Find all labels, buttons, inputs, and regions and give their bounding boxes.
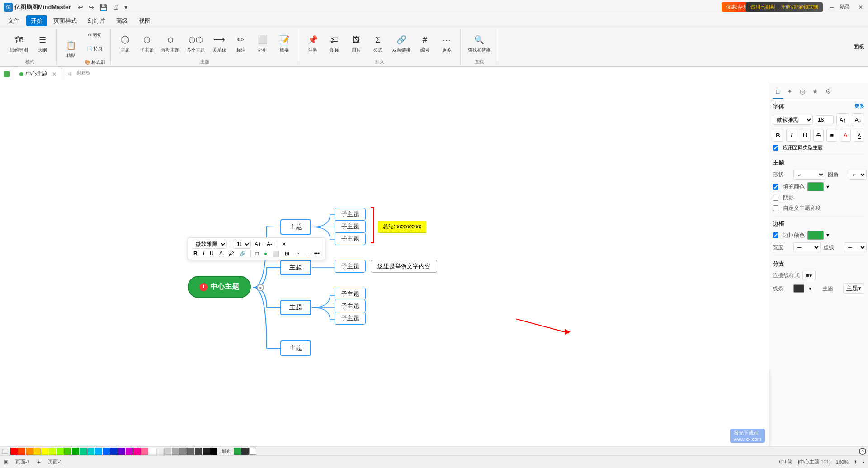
tab-center-topic[interactable]: 中心主题 ✕ [14,68,62,80]
btn-outline[interactable]: ☰ 大纲 [33,29,52,58]
save-button[interactable]: 💾 [98,3,109,12]
palette-white[interactable] [149,448,156,455]
zoom-out-button[interactable]: - [863,459,864,465]
font-size-increase[interactable]: A↑ [836,113,849,126]
palette-orange-red[interactable] [18,448,25,455]
font-size-input[interactable] [816,115,834,124]
corner-select[interactable]: ⌐ [849,170,867,180]
menu-view[interactable]: 视图 [134,15,155,26]
menu-page-style[interactable]: 页面样式 [49,15,81,26]
add-page-button[interactable]: + [37,459,41,466]
palette-near-black[interactable] [203,448,210,455]
palette-dark-green[interactable] [72,448,79,455]
btn-mindmap[interactable]: 🗺 思维导图 [7,29,31,58]
btn-multi-topic[interactable]: ⬡⬡ 多个主题 [184,29,208,58]
branch2-node[interactable]: 主题 [280,260,311,275]
ft-italic[interactable]: I [201,250,206,258]
ft-link-btn[interactable]: 🔗 [237,250,248,258]
border-color-dropdown[interactable]: ▾ [826,232,829,238]
sub3-1-node[interactable]: 子主题 [335,288,366,300]
branch3-node[interactable]: 主题 [280,300,311,315]
tab-close-icon[interactable]: ✕ [52,71,57,77]
ft-connect[interactable]: ─ [303,250,311,258]
share-button[interactable]: 分享 [790,3,801,11]
palette-pink[interactable] [133,448,141,455]
panel-tab-star[interactable]: ★ [809,85,822,99]
font-underline-btn[interactable]: U [800,129,811,142]
custom-width-checkbox[interactable] [773,205,778,211]
sub2-1-node[interactable]: 子主题 [335,260,366,273]
sub1-3-node[interactable]: 子主题 [335,232,366,245]
print-button[interactable]: 🖨 [111,3,121,12]
titlebar-more-button[interactable]: ••• [808,4,814,10]
btn-relation[interactable]: ⟶ 关系线 [209,29,229,58]
font-family-select[interactable]: 微软雅黑 [773,115,813,125]
fill-color-checkbox[interactable] [773,184,778,190]
font-highlight-btn[interactable]: A̲ [854,129,864,142]
font-strikethrough-btn[interactable]: S [813,129,824,142]
palette-yellow[interactable] [41,448,48,455]
btn-more-insert[interactable]: ⋯ 更多 [437,29,457,58]
shape-select[interactable]: ○ [793,170,825,180]
palette-dark-gray[interactable] [179,448,187,455]
note-node[interactable]: 总结: xxxxxxxxx [378,221,426,233]
palette-light-blue[interactable] [95,448,102,455]
btn-subtopic[interactable]: ⬡ 子主题 [137,29,157,58]
tab-add-button[interactable]: + [64,69,75,79]
btn-mark[interactable]: ✏ 标注 [231,29,251,58]
shadow-checkbox[interactable] [773,195,778,201]
palette-yellow-orange[interactable] [33,448,41,455]
sub3-2-node[interactable]: 子主题 [335,300,366,312]
example-node[interactable]: 这里是举例文字内容 [371,260,437,273]
btn-number[interactable]: # 编号 [415,29,435,58]
btn-link[interactable]: 🔗 双向链接 [390,29,413,58]
zoom-in-button[interactable]: + [854,459,857,465]
font-align-btn[interactable]: ≡ [826,129,837,142]
menu-slides[interactable]: 幻灯片 [83,15,110,26]
maximize-button[interactable]: □ [839,0,854,14]
palette-teal[interactable] [87,448,94,455]
btn-format[interactable]: 🎨 格式刷 [83,56,107,69]
panel-tab-style[interactable]: □ [773,85,783,99]
ft-shape[interactable]: □ [254,250,260,258]
fill-color-swatch[interactable] [807,182,824,191]
dash-select[interactable]: ─ [844,242,867,252]
palette-purple[interactable] [118,448,125,455]
apply-same-checkbox[interactable] [773,145,778,151]
border-color-checkbox[interactable] [773,232,778,238]
palette-green[interactable] [64,448,71,455]
branch4-node[interactable]: 主题 [280,340,311,356]
btn-copy[interactable]: 📄 持页 [83,43,107,55]
center-node[interactable]: 1 中心主题 [188,276,251,298]
ft-size-down[interactable]: A- [265,240,274,248]
palette-teal-green[interactable] [80,448,87,455]
panel-tab-settings[interactable]: ⚙ [822,85,835,99]
palette-darker-gray[interactable] [187,448,194,455]
palette-orange[interactable] [26,448,33,455]
palette-recent-2[interactable] [241,448,249,455]
fill-color-dropdown[interactable]: ▾ [826,184,829,190]
ft-close[interactable]: ✕ [280,240,288,248]
palette-yellow-green[interactable] [49,448,56,455]
palette-red[interactable] [10,448,18,455]
palette-mid-gray[interactable] [172,448,179,455]
publish-button[interactable]: 发布 [772,3,783,11]
width-select[interactable]: ─ [793,242,821,252]
font-italic-btn[interactable]: I [786,129,797,142]
btn-cut[interactable]: ✂ 剪切 [83,29,107,42]
ft-font-select[interactable]: 微软雅黑 [192,240,227,249]
sub1-2-node[interactable]: 子主题 [335,220,366,233]
expand-handle[interactable]: ○ [257,284,264,291]
btn-paste[interactable]: 📋 粘贴 [61,34,81,63]
palette-lime[interactable] [57,448,64,455]
palette-light-pink[interactable] [141,448,148,455]
branch1-node[interactable]: 主题 [280,219,311,235]
btn-float-topic[interactable]: ⬡ 浮动主题 [159,29,182,58]
minimize-button[interactable]: ─ [825,0,839,14]
btn-formula[interactable]: Σ 公式 [368,29,388,58]
undo-button[interactable]: ↩ [76,3,85,12]
palette-dark-blue[interactable] [110,448,118,455]
font-color-btn[interactable]: A [840,129,851,142]
panel-tab-ai[interactable]: ✦ [783,85,796,99]
menu-advanced[interactable]: 高级 [112,15,132,26]
